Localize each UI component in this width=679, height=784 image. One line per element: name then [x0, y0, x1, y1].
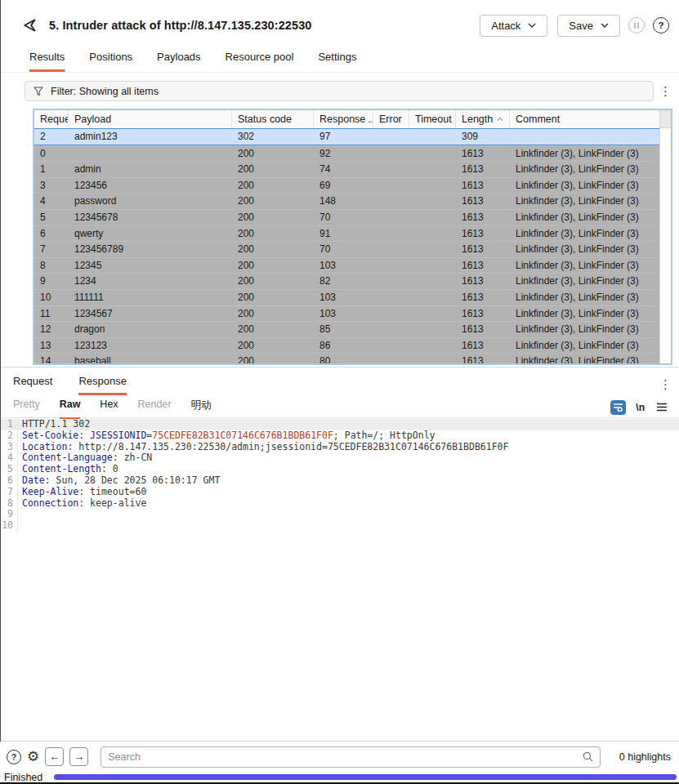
tab-payloads[interactable]: Payloads [157, 51, 200, 72]
table-row[interactable]: 6qwerty200911613Linkfinder (3), LinkFind… [34, 225, 659, 242]
word-wrap-toggle[interactable] [610, 400, 626, 415]
cell-payload: 12345678 [69, 210, 232, 225]
tab-results[interactable]: Results [29, 51, 65, 72]
filter-menu-dots[interactable]: ⋮ [659, 85, 671, 97]
cell-response-received: 82 [314, 274, 373, 289]
cell-status-code: 200 [232, 338, 314, 354]
cell-status-code: 200 [232, 322, 314, 337]
tab-settings[interactable]: Settings [318, 51, 356, 72]
help-icon[interactable]: ? [653, 17, 669, 33]
response-line: 4Content-Language: zh-CN [0, 452, 679, 464]
editor-tab-render[interactable]: Render [138, 399, 172, 419]
table-row[interactable]: 101111112001031613Linkfinder (3), LinkFi… [34, 289, 659, 305]
cell-comment: Linkfinder (3), LinkFinder (3) [510, 178, 659, 194]
cell-request: 10 [34, 290, 69, 305]
cell-comment: Linkfinder (3), LinkFinder (3) [510, 242, 659, 257]
message-menu-dots[interactable]: ⋮ [659, 378, 671, 390]
table-row[interactable]: 13123123200861613Linkfinder (3), LinkFin… [34, 337, 659, 354]
column-header-timeout[interactable]: Timeout [409, 110, 456, 128]
line-text [18, 520, 22, 532]
column-header-comment[interactable]: Comment [510, 110, 659, 128]
table-row[interactable]: 1112345672001031613Linkfinder (3), LinkF… [34, 305, 659, 322]
column-header-payload[interactable]: Payload [69, 110, 232, 128]
tab-positions[interactable]: Positions [89, 51, 132, 72]
message-tabbar: RequestResponse ⋮ [0, 367, 679, 395]
cell-error [373, 322, 409, 337]
table-scrollbar[interactable] [659, 110, 671, 363]
search-next-button[interactable]: → [69, 747, 88, 766]
cell-comment: Linkfinder (3), LinkFinder (3) [510, 146, 659, 162]
filter-bar[interactable]: Filter: Showing all items [25, 81, 654, 101]
cell-response-received: 148 [314, 194, 373, 209]
table-scrollbar-corner [660, 110, 671, 128]
line-text [18, 509, 22, 520]
cell-status-code: 200 [232, 194, 314, 209]
tab-resource-pool[interactable]: Resource pool [226, 51, 294, 72]
window-left-edge [0, 0, 1, 742]
search-settings-gear-icon[interactable]: ⚙ [27, 750, 39, 764]
cell-length: 1613 [456, 306, 510, 322]
cell-length: 1613 [456, 338, 510, 354]
table-row[interactable]: 8123452001031613Linkfinder (3), LinkFind… [34, 257, 659, 274]
editor-tab-hex[interactable]: Hex [100, 399, 118, 419]
cell-request: 14 [34, 354, 69, 363]
cell-timeout [409, 129, 456, 145]
cell-comment: Linkfinder (3), LinkFinder (3) [510, 338, 659, 354]
line-number: 6 [0, 475, 18, 487]
column-header-label: Status code [238, 110, 292, 128]
editor-menu-icon[interactable] [656, 403, 668, 412]
cell-error [373, 194, 409, 209]
line-text: Date: Sun, 28 Dec 2025 06:10:17 GMT [18, 475, 220, 487]
tab-response[interactable]: Response [78, 375, 127, 395]
line-text: Content-Length: 0 [18, 464, 118, 475]
attack-button[interactable]: Attack [480, 15, 547, 37]
cell-status-code: 200 [232, 146, 314, 162]
pause-button[interactable] [628, 17, 645, 33]
line-number: 7 [0, 487, 18, 498]
table-row[interactable]: 4password2001481613Linkfinder (3), LinkF… [34, 193, 659, 209]
table-row[interactable]: 3123456200691613Linkfinder (3), LinkFind… [34, 177, 659, 194]
column-header-error[interactable]: Error [373, 110, 409, 128]
cell-length: 1613 [456, 194, 510, 209]
editor-tab-item[interactable]: 明动 [191, 399, 212, 419]
cell-timeout [409, 226, 456, 242]
highlights-count: 0 highlights [608, 751, 672, 763]
search-input[interactable] [108, 751, 583, 763]
column-header-response[interactable]: Response ... [314, 110, 373, 128]
table-row[interactable]: 14baseball200801613Linkfinder (3), LinkF… [34, 353, 659, 363]
cell-status-code: 302 [232, 129, 314, 145]
titlebar: 5. Intruder attack of http://8.147.135.2… [0, 0, 679, 42]
cell-payload: 1234 [69, 274, 232, 289]
table-row[interactable]: 91234200821613Linkfinder (3), LinkFinder… [34, 273, 659, 289]
cell-error [373, 162, 409, 177]
cell-timeout [409, 322, 456, 337]
cell-error [373, 129, 409, 145]
cell-request: 13 [34, 338, 69, 354]
table-row[interactable]: 0200921613Linkfinder (3), LinkFinder (3) [34, 145, 659, 162]
column-header-length[interactable]: Length [456, 110, 510, 128]
show-newlines-toggle[interactable]: \n [636, 402, 645, 413]
save-button[interactable]: Save [557, 15, 620, 37]
cell-request: 3 [34, 178, 69, 194]
attack-progress-bar [54, 774, 677, 780]
column-header-label: Error [379, 110, 402, 128]
cell-status-code: 200 [232, 242, 314, 257]
editor-tab-pretty[interactable]: Pretty [13, 399, 40, 419]
table-row[interactable]: 12dragon200851613Linkfinder (3), LinkFin… [34, 321, 659, 337]
table-row[interactable]: 512345678200701613Linkfinder (3), LinkFi… [34, 209, 659, 225]
table-row[interactable]: 1admin200741613Linkfinder (3), LinkFinde… [34, 161, 659, 177]
editor-tab-raw[interactable]: Raw [60, 399, 81, 419]
table-row[interactable]: 2admin12330297309 [34, 128, 659, 145]
search-prev-button[interactable]: ← [45, 747, 64, 766]
table-row[interactable]: 7123456789200701613Linkfinder (3), LinkF… [34, 241, 659, 257]
response-line: 2Set-Cookie: JSESSIONID=75CEDFE82B31C071… [0, 430, 679, 442]
search-help-icon[interactable]: ? [7, 750, 21, 764]
cell-payload: baseball [69, 354, 232, 363]
cell-request: 2 [34, 129, 69, 145]
cell-length: 1613 [456, 162, 510, 177]
column-header-status-code[interactable]: Status code [232, 110, 314, 128]
cell-status-code: 200 [232, 274, 314, 289]
response-editor[interactable]: 1HTTP/1.1 3022Set-Cookie: JSESSIONID=75C… [0, 418, 679, 741]
tab-request[interactable]: Request [13, 375, 52, 395]
column-header-request[interactable]: Request [34, 110, 69, 128]
